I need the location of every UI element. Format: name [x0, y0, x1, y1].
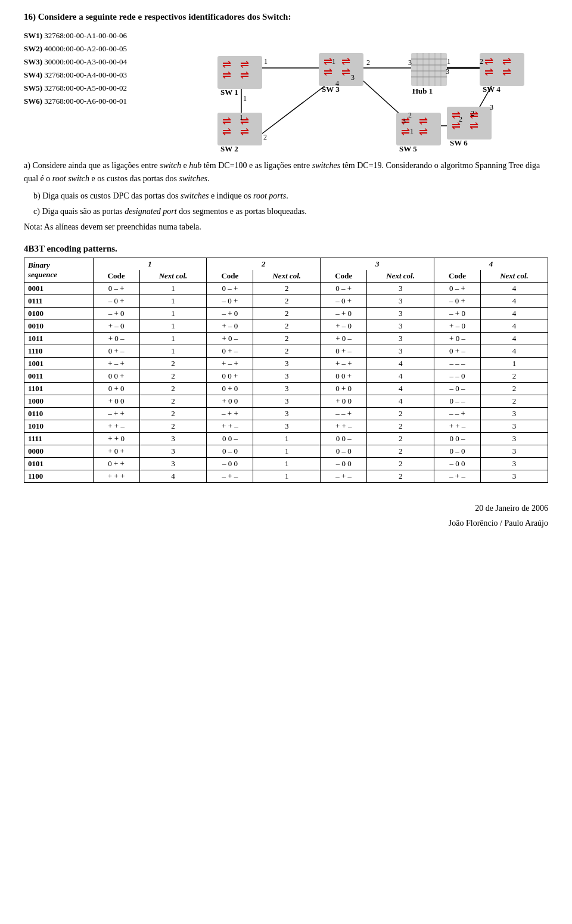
- switch-item: SW4) 32768:00-00-A4-00-00-03: [24, 69, 179, 82]
- cell-binary: 1101: [24, 382, 94, 395]
- cell-c2: + + –: [207, 420, 253, 432]
- cell-c2: – + +: [207, 407, 253, 420]
- table-row: 0111 – 0 + 1 – 0 + 2 – 0 + 3 – 0 + 4: [24, 294, 548, 307]
- cell-n1: 1: [139, 332, 207, 345]
- cell-n2: 2: [253, 332, 321, 345]
- cell-c2: + 0 –: [207, 332, 253, 345]
- svg-text:1: 1: [243, 94, 247, 103]
- cell-n1: 1: [139, 294, 207, 307]
- cell-c4: – + 0: [434, 307, 481, 320]
- cell-c3: 0 – +: [321, 282, 367, 294]
- cell-c3: + 0 –: [321, 332, 367, 345]
- cell-n3: 4: [367, 357, 434, 370]
- table-row: 1010 + + – 2 + + – 3 + + – 2 + + – 3: [24, 420, 548, 432]
- cell-binary: 0110: [24, 407, 94, 420]
- cell-c1: – + 0: [93, 307, 139, 320]
- svg-text:Hub 1: Hub 1: [412, 86, 433, 95]
- cell-n1: 2: [139, 420, 207, 432]
- cell-c2: – 0 0: [207, 457, 253, 470]
- cell-c1: + – 0: [93, 320, 139, 332]
- cell-n3: 4: [367, 370, 434, 382]
- cell-c1: 0 0 +: [93, 370, 139, 382]
- svg-text:⇌: ⇌: [222, 126, 231, 138]
- svg-text:3: 3: [490, 103, 493, 111]
- table-row: 1110 0 + – 1 0 + – 2 0 + – 3 0 + – 4: [24, 345, 548, 357]
- cell-c4: + + –: [434, 420, 481, 432]
- svg-text:⇌: ⇌: [240, 58, 249, 70]
- svg-text:4: 4: [335, 79, 339, 88]
- cell-n2: 2: [253, 307, 321, 320]
- cell-c4: + – 0: [434, 320, 481, 332]
- switch-item: SW5) 32768:00-00-A5-00-00-02: [24, 82, 179, 95]
- col-1-next: Next col.: [139, 270, 207, 283]
- svg-text:3: 3: [446, 67, 449, 76]
- cell-n3: 3: [367, 307, 434, 320]
- table-row: 1011 + 0 – 1 + 0 – 2 + 0 – 3 + 0 – 4: [24, 332, 548, 345]
- cell-c4: – + –: [434, 470, 481, 482]
- svg-text:⇌: ⇌: [324, 66, 332, 78]
- cell-c3: 0 – 0: [321, 445, 367, 457]
- svg-text:2: 2: [471, 109, 474, 117]
- cell-c1: 0 + –: [93, 345, 139, 357]
- table-row: 0101 0 + + 3 – 0 0 1 – 0 0 2 – 0 0 3: [24, 457, 548, 470]
- svg-text:⇌: ⇌: [341, 55, 350, 67]
- cell-n2: 3: [253, 370, 321, 382]
- cell-n3: 3: [367, 320, 434, 332]
- cell-c4: 0 – 0: [434, 445, 481, 457]
- cell-n1: 4: [139, 470, 207, 482]
- cell-binary: 1110: [24, 345, 94, 357]
- switch-item: SW2) 40000:00-00-A2-00-00-05: [24, 42, 179, 55]
- nota: Nota: As alíneas devem ser preenchidas n…: [24, 222, 548, 232]
- cell-n4: 2: [481, 382, 548, 395]
- cell-c2: – + 0: [207, 307, 253, 320]
- cell-n2: 1: [253, 470, 321, 482]
- cell-n3: 4: [367, 382, 434, 395]
- cell-n2: 2: [253, 345, 321, 357]
- cell-n2: 3: [253, 395, 321, 407]
- question-header: 16) Considere a seguinte rede e respecti…: [24, 12, 548, 22]
- cell-c1: – + +: [93, 407, 139, 420]
- cell-n3: 2: [367, 407, 434, 420]
- svg-text:⇌: ⇌: [324, 55, 332, 67]
- col-group-4: 4: [434, 258, 548, 270]
- svg-text:2: 2: [408, 111, 412, 119]
- cell-c4: 0 + –: [434, 345, 481, 357]
- part-b: b) Diga quais os custos DPC das portas d…: [33, 190, 548, 203]
- cell-binary: 0001: [24, 282, 94, 294]
- cell-c2: + 0 0: [207, 395, 253, 407]
- cell-binary: 1010: [24, 420, 94, 432]
- cell-n4: 4: [481, 332, 548, 345]
- svg-text:SW 1: SW 1: [220, 88, 238, 97]
- cell-n1: 2: [139, 370, 207, 382]
- cell-c3: 0 + –: [321, 345, 367, 357]
- cell-n1: 3: [139, 432, 207, 445]
- footer-date: 20 de Janeiro de 2006: [24, 501, 548, 516]
- cell-binary: 0011: [24, 370, 94, 382]
- cell-n1: 2: [139, 382, 207, 395]
- cell-binary: 1011: [24, 332, 94, 345]
- cell-c3: 0 0 –: [321, 432, 367, 445]
- cell-n1: 2: [139, 407, 207, 420]
- cell-n4: 3: [481, 457, 548, 470]
- svg-text:⇌: ⇌: [401, 126, 410, 138]
- cell-c4: 0 0 –: [434, 432, 481, 445]
- cell-n1: 3: [139, 457, 207, 470]
- svg-text:3: 3: [402, 117, 406, 125]
- svg-text:SW 5: SW 5: [399, 144, 417, 153]
- cell-c2: + – 0: [207, 320, 253, 332]
- cell-c1: + + –: [93, 420, 139, 432]
- cell-n3: 2: [367, 420, 434, 432]
- cell-n1: 3: [139, 445, 207, 457]
- cell-c3: + – +: [321, 357, 367, 370]
- cell-binary: 0000: [24, 445, 94, 457]
- cell-binary: 1001: [24, 357, 94, 370]
- cell-c3: + 0 0: [321, 395, 367, 407]
- cell-c1: – 0 +: [93, 294, 139, 307]
- svg-text:⇌: ⇌: [222, 69, 231, 81]
- cell-binary: 0010: [24, 320, 94, 332]
- switch-item: SW1) 32768:00-00-A1-00-00-06: [24, 29, 179, 42]
- svg-text:3: 3: [408, 58, 412, 67]
- cell-n2: 3: [253, 407, 321, 420]
- cell-c3: – – +: [321, 407, 367, 420]
- svg-text:⇌: ⇌: [341, 66, 350, 78]
